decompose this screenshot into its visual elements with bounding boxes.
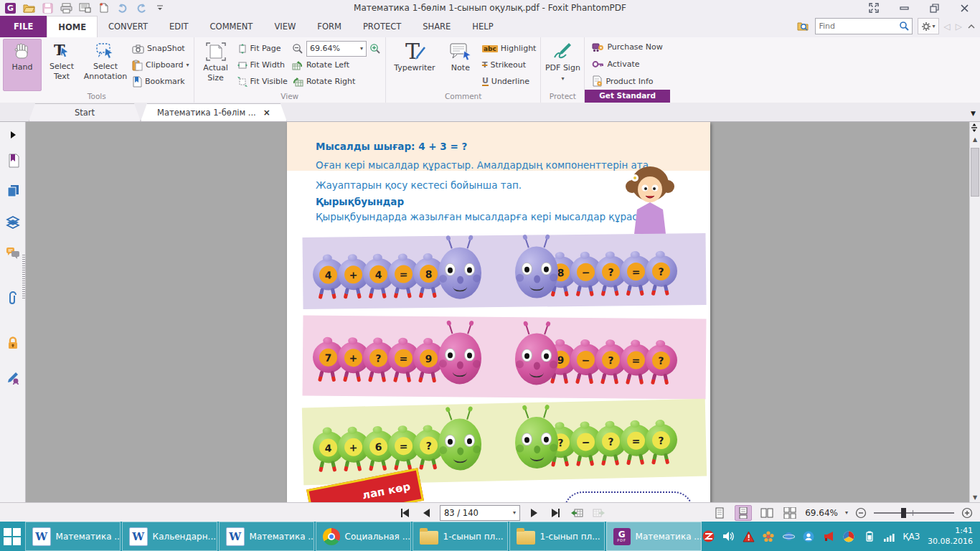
tab-view[interactable]: VIEW xyxy=(263,16,306,37)
split-view-handle-icon[interactable] xyxy=(970,123,980,132)
scroll-up-icon[interactable]: ▲ xyxy=(970,136,980,143)
tab-home[interactable]: HOME xyxy=(47,16,98,37)
zoom-percentage[interactable]: 69.64% xyxy=(805,508,838,518)
minimize-icon[interactable] xyxy=(898,2,910,14)
zoom-slider[interactable] xyxy=(874,508,954,518)
continuous-page-icon[interactable] xyxy=(735,505,752,521)
pages-panel-icon[interactable] xyxy=(4,182,22,199)
close-tab-icon[interactable]: × xyxy=(263,108,270,118)
clipboard-button[interactable]: Clipboard ▾ xyxy=(132,58,189,72)
attachments-panel-icon[interactable] xyxy=(4,290,22,307)
tab-file[interactable]: FILE xyxy=(0,16,47,37)
clock[interactable]: 1:41 30.08.2016 xyxy=(928,526,973,547)
zoom-in-icon[interactable] xyxy=(369,43,381,55)
zoom-level-combobox[interactable]: 69.64%▾ xyxy=(306,41,367,57)
horn-icon[interactable] xyxy=(823,530,835,542)
purchase-now-button[interactable]: Purchase Now xyxy=(592,40,662,55)
first-page-icon[interactable] xyxy=(397,506,413,520)
flower-icon[interactable] xyxy=(763,530,775,542)
print-icon[interactable] xyxy=(60,2,72,14)
taskbar-item[interactable]: WМатематика ... xyxy=(219,522,314,551)
select-annotation-button[interactable]: Select Annotation xyxy=(82,39,129,91)
scrollbar-thumb[interactable] xyxy=(971,148,979,197)
colorful-ball-icon[interactable] xyxy=(843,530,855,542)
chevron-down-icon[interactable]: ▾ xyxy=(845,509,848,516)
snapshot-button[interactable]: SnapShot xyxy=(132,42,189,56)
new-from-clipboard-icon[interactable]: * xyxy=(98,2,110,14)
zoom-in-button[interactable] xyxy=(961,507,973,519)
save-icon[interactable] xyxy=(42,2,54,14)
rotate-left-button[interactable]: Rotate Left xyxy=(292,58,381,72)
document-tab[interactable]: Математика 1-бөлім ...× xyxy=(141,103,287,121)
page-number-input[interactable]: 83 / 140▾ xyxy=(440,505,520,521)
next-view-icon[interactable] xyxy=(590,506,606,520)
language-indicator[interactable]: ҚАЗ xyxy=(903,532,920,542)
zoom-out-icon[interactable] xyxy=(292,43,303,55)
restore-icon[interactable] xyxy=(928,2,940,14)
zoom-out-button[interactable] xyxy=(855,507,867,519)
find-input[interactable] xyxy=(818,21,899,32)
planet-icon[interactable] xyxy=(783,530,795,542)
rotate-right-button[interactable]: Rotate Right xyxy=(292,75,381,89)
taskbar-item[interactable]: GPDFМатематика ... xyxy=(606,522,702,551)
tab-comment[interactable]: COMMENT xyxy=(199,16,264,37)
taskbar-item[interactable]: 1-сынып пл... xyxy=(413,522,508,551)
warning-triangle-icon[interactable] xyxy=(743,530,755,542)
fit-visible-button[interactable]: Fit Visible xyxy=(237,75,288,89)
taskbar-item[interactable]: WМатематика ... xyxy=(25,522,121,551)
product-info-button[interactable]: Product Info xyxy=(592,74,662,88)
tab-edit[interactable]: EDIT xyxy=(159,16,199,37)
search-folder-icon[interactable] xyxy=(797,21,810,32)
get-standard-button[interactable]: Get Standard xyxy=(585,90,669,103)
volume-icon[interactable] xyxy=(722,530,735,542)
panel-drag-handle[interactable] xyxy=(22,255,25,299)
activate-button[interactable]: Activate xyxy=(592,57,662,71)
zoom-slider-thumb[interactable] xyxy=(901,508,906,518)
next-page-icon[interactable] xyxy=(526,506,542,520)
typewriter-button[interactable]: T Typewriter xyxy=(389,39,440,91)
messenger-icon[interactable] xyxy=(803,530,815,542)
undo-icon[interactable] xyxy=(116,2,128,14)
search-icon[interactable] xyxy=(899,21,910,32)
email-icon[interactable] xyxy=(79,2,91,14)
foxit-logo-icon[interactable]: G xyxy=(4,2,17,14)
continuous-facing-icon[interactable] xyxy=(782,506,798,520)
note-button[interactable]: Note xyxy=(442,39,479,91)
tab-help[interactable]: HELP xyxy=(461,16,504,37)
actual-size-button[interactable]: Actual Size xyxy=(197,39,235,91)
taskbar-item[interactable]: 1-сынып пл... xyxy=(509,522,605,551)
highlight-button[interactable]: abc Highlight xyxy=(482,42,537,56)
customize-quick-access-icon[interactable] xyxy=(154,2,166,14)
vertical-scrollbar[interactable]: ▲ ▼ xyxy=(969,122,980,502)
open-icon[interactable] xyxy=(23,2,35,14)
tab-list-caret-icon[interactable]: ▼ xyxy=(971,110,976,117)
facing-page-icon[interactable] xyxy=(759,506,775,520)
bookmark-button[interactable]: Bookmark xyxy=(132,75,189,89)
strikeout-button[interactable]: T Strikeout xyxy=(482,58,537,72)
bookmarks-panel-icon[interactable] xyxy=(4,152,22,169)
select-text-button[interactable]: T Select Text xyxy=(43,39,80,91)
close-icon[interactable] xyxy=(958,2,970,14)
scroll-down-icon[interactable]: ▼ xyxy=(970,494,980,501)
taskbar-item[interactable]: WКальендарн... xyxy=(122,522,217,551)
hand-tool-button[interactable]: Hand xyxy=(3,39,42,91)
battery-icon[interactable] xyxy=(863,530,875,542)
expand-panel-arrow-icon[interactable] xyxy=(4,126,22,143)
tab-protect[interactable]: PROTECT xyxy=(352,16,412,37)
single-page-icon[interactable] xyxy=(712,506,727,520)
collapse-ribbon-icon[interactable] xyxy=(967,24,976,29)
document-tab[interactable]: Start xyxy=(29,103,141,121)
fit-page-button[interactable]: Fit Page xyxy=(237,42,288,56)
fit-width-button[interactable]: Fit Width xyxy=(237,58,288,72)
fullscreen-icon[interactable] xyxy=(868,2,880,14)
prev-page-icon[interactable] xyxy=(418,506,434,520)
red-swirl-icon[interactable] xyxy=(702,530,715,542)
redo-icon[interactable] xyxy=(135,2,147,14)
start-button[interactable] xyxy=(0,522,24,551)
underline-button[interactable]: U Underline xyxy=(482,75,537,89)
tab-form[interactable]: FORM xyxy=(306,16,352,37)
tab-convert[interactable]: CONVERT xyxy=(98,16,159,37)
taskbar-item[interactable]: Социальная ... xyxy=(316,522,411,551)
prev-view-icon[interactable] xyxy=(569,506,585,520)
find-next-icon[interactable]: ▷ xyxy=(956,22,962,32)
